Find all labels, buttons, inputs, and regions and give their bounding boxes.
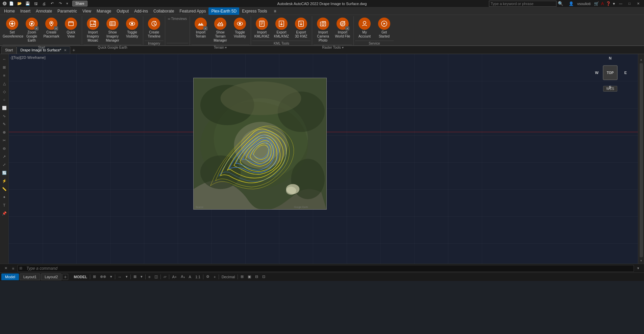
status-icon3[interactable]: ⊟ [254,273,259,281]
create-placemark-button[interactable]: ▾ CreatePlacemark [42,16,61,40]
zoom-google-earth-button[interactable]: ▾ ZoomGoogle Earth [22,16,41,44]
group-label-timeviews[interactable] [167,43,188,45]
open-btn[interactable]: 📂 [16,0,23,7]
undo-btn[interactable]: ↶ [49,0,55,7]
import-imagery-mosaic-button[interactable]: Import ImageryMosaic [83,16,102,44]
status-icon1[interactable]: ⊞ [239,273,245,281]
create-timeline-button[interactable]: CreateTimeline [145,16,164,40]
status-model[interactable]: MODEL [72,273,89,281]
add-layout-button[interactable]: + [62,274,68,280]
menu-plex-earth[interactable]: Plex-Earth 5D [208,7,239,15]
menu-view[interactable]: View [80,7,94,15]
help-icon[interactable]: ❓ [606,1,611,6]
share-button[interactable]: Share [72,1,88,6]
user-name[interactable]: vsoulioti [576,0,592,7]
user-icon[interactable]: 👤 [569,1,574,6]
lt-btn-3[interactable]: ≡ [1,72,8,79]
status-scale[interactable]: 1:1 [194,273,202,281]
search-input[interactable] [489,1,556,7]
save-as-btn[interactable]: 🖫 [32,0,39,7]
right-scroll-down[interactable]: ▼ [640,259,643,262]
menu-parametric[interactable]: Parametric [55,7,80,15]
status-otrack-dropdown[interactable]: ▾ [139,273,144,281]
group-label-raster[interactable]: Raster Tools ▾ [314,45,352,50]
group-label-service[interactable]: Service [355,41,394,46]
scroll-thumb[interactable] [640,63,643,257]
lt-btn-1[interactable]: ↔ [1,55,8,63]
compass-top-button[interactable]: TOP [603,65,618,80]
lt-btn-2[interactable]: ⊞ [1,64,8,71]
status-sel[interactable]: ▱ [162,273,168,281]
lt-btn-5[interactable]: ◇ [1,88,8,95]
status-anno[interactable]: A+ [171,273,178,281]
lt-btn-19[interactable]: T [1,201,8,209]
menu-insert[interactable]: Insert [18,7,33,15]
export-3d-kmz-button[interactable]: 3D Export3D KMZ [292,16,311,40]
status-lineweight[interactable]: ≡ [147,273,152,281]
toggle-visibility2-button[interactable]: ToggleVisibility [230,16,249,40]
search-icon[interactable]: 🔍 [558,1,563,6]
lt-btn-9[interactable]: ✎ [1,120,8,128]
lt-btn-7[interactable]: ⬜ [1,104,8,112]
menu-collaborate[interactable]: Collaborate [151,7,177,15]
my-account-button[interactable]: MyAccount [355,16,374,40]
lt-btn-12[interactable]: ⊖ [1,145,8,152]
group-label-start[interactable]: Start [3,45,80,50]
lt-btn-17[interactable]: 📏 [1,185,8,193]
lt-btn-4[interactable]: △ [1,80,8,87]
close-btn[interactable]: ✕ [635,1,641,7]
status-snap-btn[interactable]: ⊕⊕ [99,273,107,281]
group-label-kml[interactable]: KML Tools [252,41,311,46]
group-label-terrain[interactable]: Terrain ▾ [191,45,249,50]
menu-annotate[interactable]: Annotate [33,7,55,15]
lt-btn-6[interactable]: ○ [1,96,8,103]
menu-manage[interactable]: Manage [94,7,114,15]
toggle-visibility-button[interactable]: ToggleVisibility [123,16,142,40]
cmd-expand-btn[interactable]: ▾ [635,265,641,271]
lt-btn-16[interactable]: ⚡ [1,177,8,185]
status-gear[interactable]: ⚙ [205,273,211,281]
status-otrack[interactable]: ⊠ [132,273,138,281]
import-terrain-button[interactable]: ▾ ImportTerrain [191,16,210,40]
lt-btn-10[interactable]: ⊕ [1,128,8,136]
import-world-file-button[interactable]: ▾ ImportWorld File [333,16,352,40]
status-transparency[interactable]: ◫ [153,273,159,281]
lt-btn-18[interactable]: ✦ [1,193,8,201]
import-kml-button[interactable]: KMZ ImportKML/KMZ [252,16,271,40]
minimize-btn[interactable]: — [618,1,624,7]
status-decimal[interactable]: Decimal [220,273,237,281]
right-scroll-btn[interactable]: ▲ [640,58,643,61]
cmd-close-btn[interactable]: ✕ [3,265,9,271]
status-icon4[interactable]: ⊡ [261,273,267,281]
cart-icon[interactable]: 🛒 [594,1,599,6]
redo-btn[interactable]: ↷ [57,0,64,7]
cmd-arrow-btn[interactable]: ≡ [10,265,16,271]
quick-view-button[interactable]: QuickView [61,16,80,40]
save-btn[interactable]: 💾 [24,0,31,7]
print-btn[interactable]: 🖨 [41,0,47,7]
group-label-qge[interactable]: Quick Google Earth [83,45,142,50]
lt-btn-11[interactable]: ✂ [1,137,8,144]
show-terrain-manager-button[interactable]: Show TerrainManager [211,16,230,44]
new-btn[interactable]: 📄 [8,0,15,7]
status-dropdown[interactable]: ▾ [109,273,114,281]
show-imagery-manager-button[interactable]: Show ImageryManager [103,16,122,44]
lt-btn-14[interactable]: ⤢ [1,161,8,168]
get-started-button[interactable]: GetStarted [375,16,394,40]
lt-btn-8[interactable]: ∿ [1,112,8,120]
status-add[interactable]: + [212,273,217,281]
status-polar[interactable]: ▾ [124,273,129,281]
status-anno3[interactable]: A [188,273,193,281]
menu-home[interactable]: Home [1,7,18,15]
maximize-btn[interactable]: □ [626,1,633,7]
status-ortho[interactable]: ↔ [117,273,123,281]
autodesk-icon[interactable]: A [601,1,604,6]
menu-featured-apps[interactable]: Featured Apps [177,7,208,15]
lt-btn-13[interactable]: ↗ [1,153,8,160]
layout-tab-model[interactable]: Model [1,273,19,280]
chevron-icon[interactable]: ▾ [613,1,615,6]
status-grid-btn[interactable]: ⊞ [92,273,97,281]
import-camera-photo-button[interactable]: ImportCamera Photo [314,16,332,44]
layout-tab-1[interactable]: Layout1 [20,273,40,280]
menu-express-tools[interactable]: Express Tools [239,7,270,15]
